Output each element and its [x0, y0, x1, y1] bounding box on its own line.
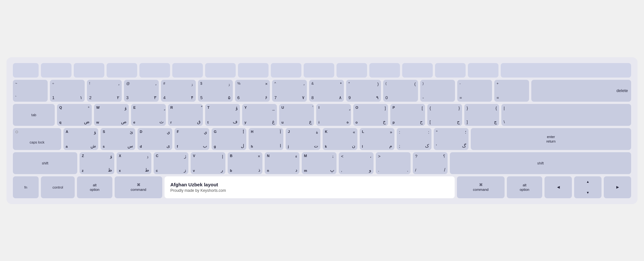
- key-d[interactable]: Dي dی: [137, 128, 172, 150]
- key-c[interactable]: Cژ cز: [154, 152, 188, 174]
- key-i[interactable]: Iٍ iه: [316, 104, 351, 126]
- key-arrow-right[interactable]: ▶: [604, 176, 631, 198]
- key-s[interactable]: Sئ sس: [100, 128, 135, 150]
- key-y[interactable]: Y_ yغ: [242, 104, 277, 126]
- key-tab[interactable]: tab: [13, 104, 55, 126]
- key-arrow-down[interactable]: ▼: [576, 188, 599, 197]
- fn-key-f13[interactable]: [435, 63, 466, 78]
- zxcv-row: shift Zۋ zظ Xۉ xط Cژ cز V| vر B× bذ Nء: [13, 152, 631, 174]
- key-equals[interactable]: - =: [457, 80, 492, 102]
- fn-key-f4[interactable]: [139, 63, 170, 78]
- fn-key-f11[interactable]: [369, 63, 400, 78]
- key-7[interactable]: ^، 7۷: [272, 80, 307, 102]
- key-rbracket[interactable]: }{ ]چ: [464, 104, 499, 126]
- fn-key-f5[interactable]: [172, 63, 203, 78]
- key-alt-left[interactable]: alt option: [77, 176, 112, 198]
- fn-key-f9[interactable]: [304, 63, 334, 78]
- key-control[interactable]: control: [41, 176, 75, 198]
- key-o[interactable]: O] oخ: [353, 104, 388, 126]
- key-f[interactable]: Fي fب: [175, 128, 209, 150]
- key-comma[interactable]: <، ,و: [339, 152, 374, 174]
- fn-key-f6[interactable]: [205, 63, 236, 78]
- key-a[interactable]: Aؤ aش: [63, 128, 98, 150]
- key-0[interactable]: (( 0: [383, 80, 418, 102]
- key-6[interactable]: %× 6۶: [235, 80, 270, 102]
- key-capslock[interactable]: caps lock: [13, 128, 61, 150]
- key-backtick[interactable]: ~ `: [13, 80, 48, 102]
- layout-subtitle: Proudly made by Keyshorts.com: [170, 188, 449, 193]
- key-m[interactable]: Mۀ mپ: [302, 152, 336, 174]
- keyboard: ~ ` ÷ 1۱ !، 2۲ @، 3۳ #ۏ 4۴ $ۏ 5۵ %×: [6, 57, 638, 204]
- key-arrow-up-down: ▲ ▼: [574, 176, 601, 198]
- fn-key-f7[interactable]: [238, 63, 269, 78]
- key-u[interactable]: Uٰ uع: [279, 104, 314, 126]
- key-w[interactable]: Wﯙ wص: [94, 104, 129, 126]
- key-shift-right[interactable]: shift: [450, 152, 631, 174]
- key-alt-right[interactable]: alt option: [507, 176, 542, 198]
- key-r[interactable]: Rٌ rق: [168, 104, 203, 126]
- key-semicolon[interactable]: :: ;ک: [397, 128, 431, 150]
- info-box: Afghan Uzbek layout Proudly made by Keys…: [165, 176, 455, 198]
- key-quote[interactable]: "؛ 'گ: [434, 128, 469, 150]
- key-3[interactable]: @، 3۳: [124, 80, 159, 102]
- key-l[interactable]: L» lم: [360, 128, 394, 150]
- key-5[interactable]: $ۏ 5۵: [198, 80, 233, 102]
- fn-key-f10[interactable]: [336, 63, 367, 78]
- number-row: ~ ` ÷ 1۱ !، 2۲ @، 3۳ #ۏ 4۴ $ۏ 5۵ %×: [13, 80, 631, 102]
- key-4[interactable]: #ۏ 4۴: [161, 80, 196, 102]
- key-lbracket[interactable]: {} [ج: [427, 104, 462, 126]
- fn-key-f15[interactable]: [501, 63, 631, 78]
- fn-row: [13, 63, 631, 78]
- key-enter[interactable]: enter return: [471, 128, 631, 150]
- fn-key-f1[interactable]: [41, 63, 71, 78]
- key-arrow-up[interactable]: ▲: [576, 177, 599, 186]
- key-v[interactable]: V| vر: [191, 152, 225, 174]
- key-period[interactable]: > ..: [376, 152, 411, 174]
- key-command-right[interactable]: ⌘ command: [457, 176, 505, 198]
- key-plus[interactable]: + =: [494, 80, 529, 102]
- key-8[interactable]: &* 8۸: [309, 80, 344, 102]
- key-delete[interactable]: delete: [531, 80, 631, 102]
- layout-title: Afghan Uzbek layout: [170, 182, 449, 187]
- key-slash[interactable]: ?؟ //: [413, 152, 448, 174]
- key-arrow-left[interactable]: ◀: [545, 176, 572, 198]
- fn-key-f14[interactable]: [468, 63, 498, 78]
- fn-key-f12[interactable]: [402, 63, 433, 78]
- key-t[interactable]: Tۇ tف: [205, 104, 240, 126]
- key-fn[interactable]: fn: [13, 176, 39, 198]
- qwerty-row: tab Q° qض Wﯙ wص Eٍ eث Rٌ rق Tۇ tف Y_ y: [13, 104, 631, 126]
- key-j[interactable]: Jة jت: [286, 128, 320, 150]
- key-h[interactable]: Hآ hا: [249, 128, 283, 150]
- key-x[interactable]: Xۉ xط: [117, 152, 151, 174]
- bottom-row: fn control alt option ⌘ command Afghan U…: [13, 176, 631, 198]
- key-9[interactable]: *) 9۹: [346, 80, 381, 102]
- key-minus[interactable]: ) -: [420, 80, 455, 102]
- key-g[interactable]: Gأ gل: [212, 128, 246, 150]
- key-q[interactable]: Q° qض: [57, 104, 92, 126]
- key-shift-left[interactable]: shift: [13, 152, 77, 174]
- fn-key-f2[interactable]: [74, 63, 104, 78]
- key-z[interactable]: Zۋ zظ: [80, 152, 114, 174]
- asdf-row: caps lock Aؤ aش Sئ sس Dي dی Fي fب Gأ gل …: [13, 128, 631, 150]
- key-backslash[interactable]: | \: [501, 104, 631, 126]
- key-b[interactable]: B× bذ: [228, 152, 262, 174]
- key-command-left[interactable]: ⌘ command: [115, 176, 162, 198]
- key-1[interactable]: ÷ 1۱: [50, 80, 85, 102]
- key-k[interactable]: K« kن: [323, 128, 357, 150]
- fn-key-f8[interactable]: [271, 63, 301, 78]
- key-n[interactable]: Nء nد: [265, 152, 299, 174]
- key-e[interactable]: Eٍ eث: [131, 104, 166, 126]
- fn-key-esc[interactable]: [13, 63, 39, 78]
- key-2[interactable]: !، 2۲: [87, 80, 122, 102]
- fn-key-f3[interactable]: [107, 63, 137, 78]
- key-p[interactable]: P[ pح: [390, 104, 425, 126]
